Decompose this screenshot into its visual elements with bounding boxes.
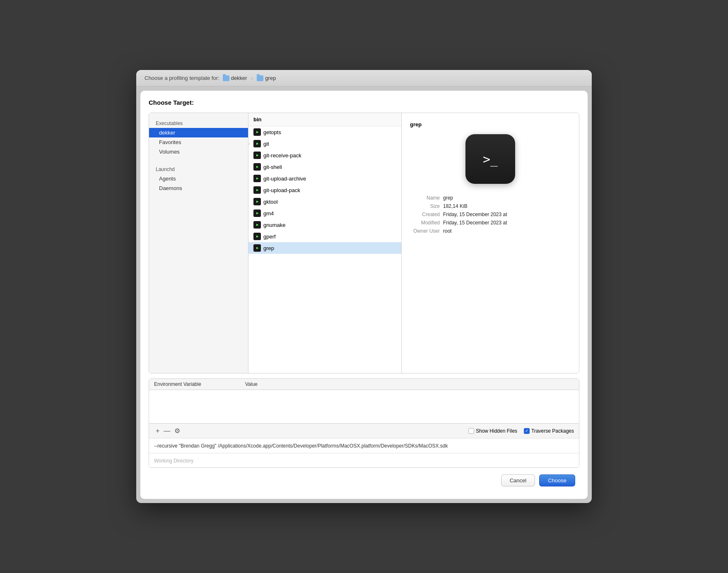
checkbox-group: Show Hidden Files ✓ Traverse Packages: [468, 428, 574, 434]
terminal-icon-gnumake: [253, 221, 261, 229]
file-info-owner: Owner User root: [410, 227, 571, 235]
file-info-table: Name grep Size 182,14 KiB Created Friday…: [410, 194, 571, 235]
show-hidden-label: Show Hidden Files: [476, 428, 517, 434]
terminal-icon-gperf: [253, 233, 261, 240]
terminal-icon-getopts: [253, 128, 261, 136]
list-item-git-upload-archive[interactable]: git-upload-archive: [248, 173, 401, 184]
file-info-size: Size 182,14 KiB: [410, 202, 571, 210]
choose-button[interactable]: Choose: [539, 474, 575, 486]
sidebar-section-launchd: Launchd: [149, 165, 248, 174]
chevron-git: ›: [248, 142, 250, 146]
env-toolbar: + — ⚙ Show Hidden Files ✓ Traverse Packa…: [149, 423, 579, 438]
modified-value: Friday, 15 December 2023 at: [443, 220, 507, 226]
remove-env-button[interactable]: —: [162, 426, 172, 436]
modified-label: Modified: [410, 220, 443, 226]
filename-gnumake: gnumake: [263, 222, 285, 228]
filename-git-receive-pack: git-receive-pack: [263, 152, 301, 159]
working-dir-placeholder[interactable]: Working Directory: [154, 458, 193, 464]
list-item-git-upload-pack[interactable]: git-upload-pack: [248, 184, 401, 196]
settings-env-button[interactable]: ⚙: [173, 426, 182, 436]
dialog-footer: Cancel Choose: [149, 468, 579, 491]
working-dir-section: Working Directory: [149, 453, 579, 467]
env-section: Environment Variable Value + — ⚙ Show Hi…: [149, 378, 579, 468]
created-value: Friday, 15 December 2023 at: [443, 212, 507, 217]
env-table-body: [149, 390, 579, 423]
owner-value: root: [443, 228, 452, 234]
dekker-folder-icon: [223, 75, 229, 81]
filename-gperf: gperf: [263, 234, 276, 240]
terminal-icon-gm4: [253, 209, 261, 217]
icon-prompt: >_: [483, 152, 498, 166]
created-label: Created: [410, 212, 443, 217]
list-item-gperf[interactable]: gperf: [248, 231, 401, 242]
env-col-value-label: Value: [245, 381, 258, 387]
traverse-packages-checkbox[interactable]: ✓ Traverse Packages: [524, 428, 574, 434]
preview-panel: grep >_ Name grep: [402, 113, 579, 373]
breadcrumb-grep-label: grep: [265, 75, 276, 81]
filename-git-upload-archive: git-upload-archive: [263, 176, 306, 182]
size-value: 182,14 KiB: [443, 203, 468, 209]
cancel-button[interactable]: Cancel: [501, 474, 535, 486]
args-text[interactable]: --recursive "Brendan Gregg" /Application…: [154, 443, 448, 449]
filename-grep: grep: [263, 245, 274, 251]
traverse-packages-checkbox-box: ✓: [524, 428, 530, 434]
file-list-area: bin getopts › git git-receive-pac: [248, 113, 402, 373]
breadcrumb-dekker: dekker: [223, 75, 247, 81]
terminal-icon-git-upload-archive: [253, 175, 261, 182]
main-area: Executables dekker Favorites Volumes Lau…: [149, 113, 579, 373]
preview-header: grep: [410, 121, 422, 128]
list-item-gm4[interactable]: gm4: [248, 207, 401, 219]
name-value: grep: [443, 195, 453, 201]
env-col-env-label: Environment Variable: [154, 381, 245, 387]
add-env-button[interactable]: +: [154, 426, 161, 436]
terminal-icon-git: [253, 140, 261, 147]
list-item-git[interactable]: › git: [248, 138, 401, 149]
owner-label: Owner User: [410, 228, 443, 234]
terminal-icon-git-receive-pack: [253, 152, 261, 159]
terminal-icon-git-shell: [253, 163, 261, 171]
app-icon-large: >_: [465, 134, 515, 184]
file-list-header: bin: [248, 113, 401, 126]
filename-gktool: gktool: [263, 199, 278, 205]
filename-git-shell: git-shell: [263, 164, 282, 170]
terminal-icon-grep: [253, 244, 261, 252]
sidebar-item-daemons[interactable]: Daemons: [149, 183, 248, 193]
file-info-name: Name grep: [410, 194, 571, 202]
titlebar-text: Choose a profiling template for:: [145, 75, 219, 81]
show-hidden-checkbox-box: [468, 428, 474, 434]
sidebar-item-volumes[interactable]: Volumes: [149, 147, 248, 156]
filename-getopts: getopts: [263, 129, 281, 135]
show-hidden-files-checkbox[interactable]: Show Hidden Files: [468, 428, 517, 434]
sidebar-section-executables: Executables: [149, 119, 248, 128]
size-label: Size: [410, 203, 443, 209]
sidebar-item-dekker[interactable]: dekker: [149, 128, 248, 137]
terminal-icon-gktool: [253, 198, 261, 205]
traverse-packages-label: Traverse Packages: [531, 428, 574, 434]
filename-git: git: [263, 141, 269, 147]
breadcrumb-dekker-label: dekker: [231, 75, 247, 81]
list-item-grep[interactable]: grep: [248, 242, 401, 254]
args-section: --recursive "Brendan Gregg" /Application…: [149, 438, 579, 453]
list-item-gktool[interactable]: gktool: [248, 196, 401, 207]
grep-folder-icon: [257, 75, 263, 81]
sidebar: Executables dekker Favorites Volumes Lau…: [149, 113, 248, 373]
filename-git-upload-pack: git-upload-pack: [263, 187, 300, 193]
file-info-modified: Modified Friday, 15 December 2023 at: [410, 219, 571, 227]
titlebar: Choose a profiling template for: dekker …: [136, 70, 592, 87]
list-item-getopts[interactable]: getopts: [248, 126, 401, 138]
breadcrumb-grep: grep: [257, 75, 276, 81]
env-table-header: Environment Variable Value: [149, 379, 579, 390]
filename-gm4: gm4: [263, 210, 274, 217]
sidebar-item-favorites[interactable]: Favorites: [149, 137, 248, 147]
dialog-content: Choose Target: Executables dekker Favori…: [140, 91, 588, 499]
breadcrumb-chevron: ›: [251, 76, 253, 81]
sidebar-item-agents[interactable]: Agents: [149, 174, 248, 183]
main-window: Choose a profiling template for: dekker …: [136, 70, 592, 503]
list-item-git-shell[interactable]: git-shell: [248, 161, 401, 173]
terminal-icon-git-upload-pack: [253, 186, 261, 194]
dialog-title: Choose Target:: [149, 99, 579, 106]
list-item-gnumake[interactable]: gnumake: [248, 219, 401, 231]
file-info-created: Created Friday, 15 December 2023 at: [410, 210, 571, 219]
name-label: Name: [410, 195, 443, 201]
list-item-git-receive-pack[interactable]: git-receive-pack: [248, 149, 401, 161]
